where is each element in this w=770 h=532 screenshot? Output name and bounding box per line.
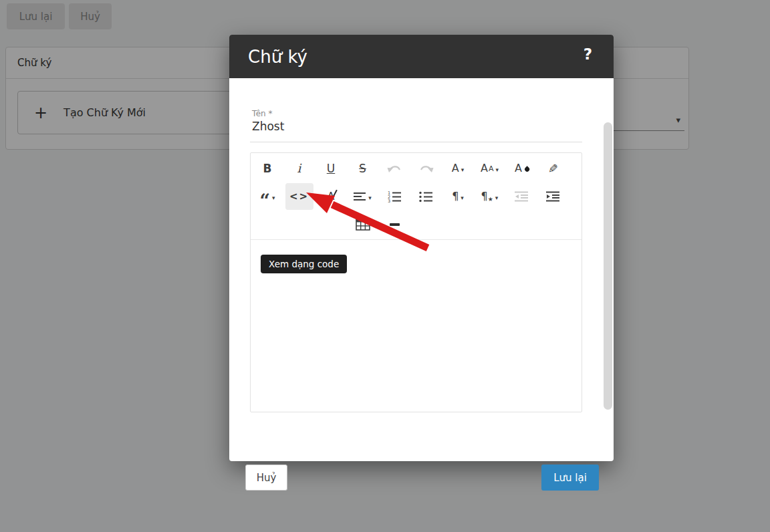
redo-icon [418, 162, 434, 174]
dropdown-caret-icon: ▾ [368, 195, 372, 201]
rich-text-editor: BiUSA▾AA▾A✎“▾<>A▾123¶▾¶★▾ [250, 152, 582, 412]
outdent-icon [515, 191, 529, 202]
unordered-list-icon [419, 191, 433, 203]
paragraph-icon: ¶ [452, 191, 459, 202]
dropdown-caret-icon: ▾ [495, 167, 499, 173]
name-field-underline [250, 142, 582, 142]
indent-icon [546, 191, 560, 202]
indent-button[interactable] [539, 183, 567, 210]
unordered-list-button[interactable] [412, 183, 440, 210]
undo-icon [386, 162, 402, 174]
paragraph-style-button[interactable]: ¶★▾ [476, 183, 504, 210]
name-field-input[interactable]: Zhost [252, 120, 284, 133]
italic-button[interactable]: i [285, 155, 313, 182]
font-size-button[interactable]: AA▾ [476, 155, 504, 182]
bold-button[interactable]: B [253, 155, 281, 182]
font-color-icon: A [452, 163, 459, 174]
paragraph-style-icon: ¶★ [481, 191, 493, 202]
dropdown-caret-icon: ▾ [495, 195, 499, 201]
bold-icon: B [263, 163, 272, 174]
dropdown-caret-icon: ▾ [461, 195, 464, 201]
italic-icon: i [297, 162, 301, 174]
help-icon[interactable]: ? [584, 45, 592, 64]
highlight-color-icon: A [515, 163, 528, 174]
strikethrough-button[interactable]: S [349, 155, 377, 182]
ordered-list-icon: 123 [388, 191, 402, 203]
align-button[interactable]: ▾ [349, 183, 377, 210]
page: Lưu lại Huỷ Chữ ký + Tạo Chữ Ký Mới ▾ Ch… [0, 0, 770, 532]
quote-icon: “ [259, 193, 270, 201]
name-field-label: Tên * [252, 109, 272, 118]
code-view-tooltip: Xem dạng code [261, 255, 347, 273]
font-color-button[interactable]: A▾ [444, 155, 472, 182]
undo-button[interactable] [380, 155, 408, 182]
clear-format-button[interactable]: ✎ [539, 155, 567, 182]
quote-button[interactable]: “▾ [253, 183, 281, 210]
horizontal-rule-button[interactable] [380, 211, 408, 238]
signature-modal: Chữ ký ? Tên * Zhost BiUSA▾AA▾A✎“▾<>A▾12… [229, 35, 614, 461]
modal-header: Chữ ký ? [229, 35, 614, 78]
horizontal-rule-icon [390, 223, 400, 226]
dropdown-caret-icon: ▾ [272, 195, 275, 201]
modal-scrollbar[interactable] [604, 122, 612, 410]
modal-title: Chữ ký [248, 47, 307, 67]
remove-font-icon: A [328, 191, 335, 202]
svg-text:3: 3 [388, 198, 390, 203]
ordered-list-button[interactable]: 123 [380, 183, 408, 210]
underline-icon: U [327, 163, 335, 174]
dropdown-caret-icon: ▾ [461, 167, 465, 173]
underline-button[interactable]: U [317, 155, 345, 182]
table-button[interactable] [349, 211, 377, 238]
modal-body: Tên * Zhost BiUSA▾AA▾A✎“▾<>A▾123¶▾¶★▾ Xe… [229, 78, 614, 461]
align-icon [354, 192, 366, 202]
strikethrough-icon: S [359, 163, 366, 174]
clear-format-icon: ✎ [548, 162, 558, 176]
modal-save-button[interactable]: Lưu lại [541, 464, 599, 491]
code-view-button[interactable]: <> [285, 183, 313, 210]
remove-font-button[interactable]: A [317, 183, 345, 210]
highlight-color-button[interactable]: A [507, 155, 535, 182]
font-size-icon: AA [481, 163, 493, 174]
code-view-icon: <> [289, 192, 309, 202]
modal-cancel-button[interactable]: Huỷ [245, 464, 287, 491]
redo-button[interactable] [412, 155, 440, 182]
table-icon [356, 219, 370, 231]
paragraph-button[interactable]: ¶▾ [444, 183, 472, 210]
outdent-button[interactable] [507, 183, 535, 210]
